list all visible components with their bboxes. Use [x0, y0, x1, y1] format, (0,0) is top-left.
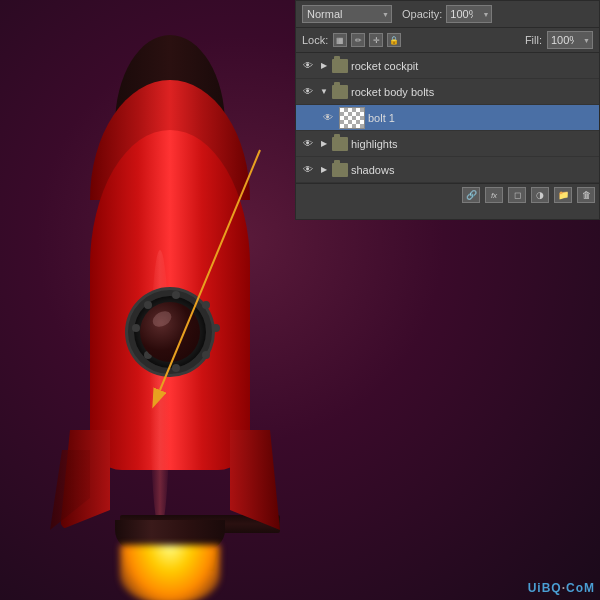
layer-item[interactable]: 👁 ▼ rocket body bolts	[296, 79, 599, 105]
new-folder-btn[interactable]: 📁	[554, 187, 572, 203]
layers-list: 👁 ▶ rocket cockpit 👁 ▼ rocket body bolts…	[296, 53, 599, 183]
watermark: UiBQ·CoM	[528, 581, 595, 595]
porthole-highlight	[150, 308, 174, 330]
porthole-bolt	[172, 364, 180, 372]
lock-transparency-btn[interactable]: ▦	[333, 33, 347, 47]
fx-btn[interactable]: fx	[485, 187, 503, 203]
layers-panel: NormalDissolveMultiplyScreenOverlay Opac…	[295, 0, 600, 220]
layer-expand-icon[interactable]: ▶	[319, 139, 329, 149]
blend-mode-select[interactable]: NormalDissolveMultiplyScreenOverlay	[302, 5, 392, 23]
layers-top-bar: NormalDissolveMultiplyScreenOverlay Opac…	[296, 1, 599, 28]
porthole-bolt	[132, 324, 140, 332]
layer-folder-icon	[332, 85, 348, 99]
layer-thumbnail	[339, 107, 365, 129]
layer-visibility-icon[interactable]: 👁	[300, 58, 316, 74]
layer-folder-icon	[332, 137, 348, 151]
layer-item[interactable]: 👁 ▶ shadows	[296, 157, 599, 183]
layer-folder-icon	[332, 59, 348, 73]
opacity-input[interactable]	[446, 5, 492, 23]
layer-visibility-icon[interactable]: 👁	[300, 84, 316, 100]
fill-label: Fill:	[525, 34, 542, 46]
layer-name: shadows	[351, 164, 595, 176]
lock-position-btn[interactable]: ✛	[369, 33, 383, 47]
exhaust-glow	[120, 545, 220, 600]
layer-expand-icon[interactable]: ▶	[319, 61, 329, 71]
layer-expand-icon[interactable]: ▶	[319, 165, 329, 175]
canvas: PSd NormalDissolveMultiplyScreenOverlay …	[0, 0, 600, 600]
lock-pixels-btn[interactable]: ✏	[351, 33, 365, 47]
layer-name: bolt 1	[368, 112, 595, 124]
add-mask-btn[interactable]: ◻	[508, 187, 526, 203]
fill-wrapper[interactable]	[547, 31, 593, 49]
porthole-ring	[128, 290, 212, 374]
blend-mode-wrapper[interactable]: NormalDissolveMultiplyScreenOverlay	[302, 5, 392, 23]
watermark-text: UiBQ	[528, 581, 562, 595]
layer-name: highlights	[351, 138, 595, 150]
opacity-wrapper[interactable]	[446, 5, 492, 23]
layer-expand-icon[interactable]: ▼	[319, 87, 329, 97]
layers-toolbar: 🔗 fx ◻ ◑ 📁 🗑	[296, 183, 599, 206]
rocket-body: PSd	[90, 130, 250, 470]
opacity-label: Opacity:	[402, 8, 442, 20]
porthole-bolt	[212, 324, 220, 332]
layer-folder-icon	[332, 163, 348, 177]
lock-label: Lock:	[302, 34, 328, 46]
link-layers-btn[interactable]: 🔗	[462, 187, 480, 203]
porthole-bolt	[172, 291, 180, 299]
lock-all-btn[interactable]: 🔒	[387, 33, 401, 47]
adjustment-btn[interactable]: ◑	[531, 187, 549, 203]
layer-item[interactable]: 👁 ▶ highlights	[296, 131, 599, 157]
porthole-bolt	[202, 351, 210, 359]
layer-item[interactable]: 👁 ▶ rocket cockpit	[296, 53, 599, 79]
layer-visibility-icon[interactable]: 👁	[320, 110, 336, 126]
layer-visibility-icon[interactable]: 👁	[300, 162, 316, 178]
lock-icons: ▦ ✏ ✛ 🔒	[333, 33, 401, 47]
watermark-domain: CoM	[566, 581, 595, 595]
porthole-bolt	[202, 301, 210, 309]
layer-name: rocket cockpit	[351, 60, 595, 72]
lock-row: Lock: ▦ ✏ ✛ 🔒 Fill:	[296, 28, 599, 53]
delete-layer-btn[interactable]: 🗑	[577, 187, 595, 203]
layer-visibility-icon[interactable]: 👁	[300, 136, 316, 152]
fill-input[interactable]	[547, 31, 593, 49]
layer-name: rocket body bolts	[351, 86, 595, 98]
layer-item-active[interactable]: 👁 bolt 1	[296, 105, 599, 131]
rocket: PSd	[60, 30, 280, 570]
porthole-glass	[140, 302, 200, 362]
